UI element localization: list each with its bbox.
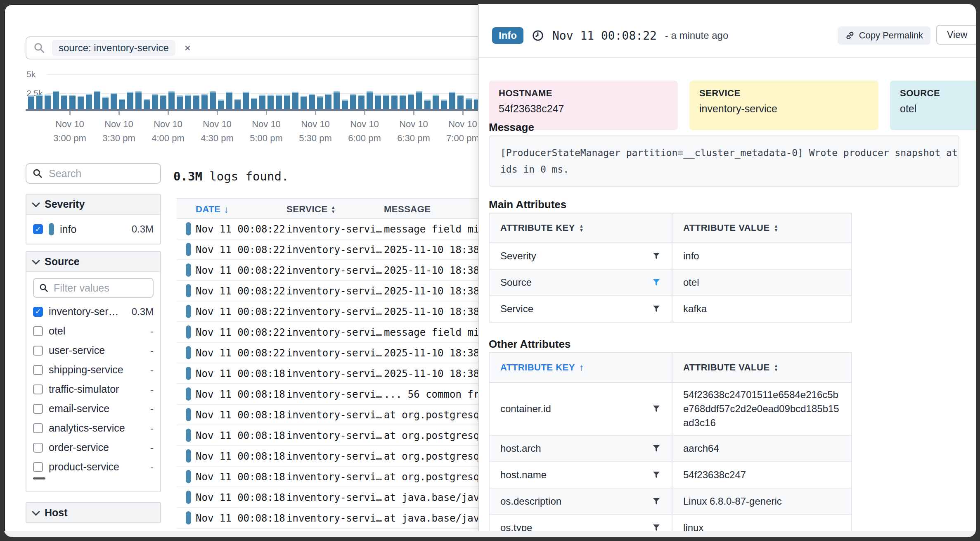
filter-funnel-icon[interactable]	[653, 279, 661, 287]
histogram-bar[interactable]	[383, 95, 389, 109]
histogram-bar[interactable]	[86, 94, 92, 109]
checkbox[interactable]	[33, 404, 43, 414]
filter-funnel-icon[interactable]	[653, 471, 661, 479]
histogram-bar[interactable]	[276, 95, 282, 109]
source-facet-header[interactable]: Source	[26, 252, 160, 272]
source-filter-box[interactable]	[33, 278, 154, 298]
histogram-bar[interactable]	[457, 95, 464, 109]
checkbox[interactable]	[33, 384, 43, 394]
attribute-key-header[interactable]: ATTRIBUTE KEY ▲▼	[490, 214, 672, 242]
checkbox[interactable]	[33, 423, 43, 433]
attribute-key-header[interactable]: ATTRIBUTE KEY ↑	[490, 353, 672, 382]
histogram-bar[interactable]	[160, 95, 166, 109]
checkbox[interactable]	[33, 443, 43, 453]
facet-item-traffic-simulator[interactable]: traffic-simulator-	[26, 380, 160, 399]
histogram-bar[interactable]	[111, 93, 117, 109]
checkbox[interactable]	[33, 326, 43, 336]
filter-funnel-icon[interactable]	[653, 524, 661, 532]
histogram-bar[interactable]	[78, 96, 84, 109]
histogram-bar[interactable]	[466, 98, 472, 109]
severity-facet-header[interactable]: Severity	[26, 195, 160, 215]
column-header-message[interactable]: MESSAGE	[384, 204, 431, 215]
histogram-bar[interactable]	[309, 94, 315, 109]
histogram-bar[interactable]	[400, 95, 406, 109]
histogram-bar[interactable]	[61, 95, 67, 109]
facet-item-shipping-service[interactable]: shipping-service-	[26, 360, 160, 380]
histogram-bar[interactable]	[433, 95, 439, 109]
histogram-bar[interactable]	[226, 92, 232, 109]
source-filter-input[interactable]	[53, 282, 137, 294]
facet-item-inventory-ser-[interactable]: ✓inventory-ser…0.3M	[26, 302, 160, 321]
histogram-bar[interactable]	[408, 94, 414, 109]
remove-filter-icon[interactable]: ×	[185, 43, 191, 53]
facet-item-info[interactable]: ✓ info 0.3M	[26, 215, 160, 244]
checkbox[interactable]	[33, 346, 43, 356]
filter-funnel-icon[interactable]	[653, 305, 661, 313]
filter-funnel-icon[interactable]	[653, 405, 661, 413]
histogram-bar[interactable]	[28, 95, 34, 109]
histogram-bar[interactable]	[350, 94, 356, 109]
facet-item-order-service[interactable]: order-service-	[26, 438, 160, 457]
histogram-bar[interactable]	[53, 91, 59, 109]
histogram-bar[interactable]	[127, 92, 133, 109]
histogram-bar[interactable]	[342, 100, 348, 109]
histogram-bar[interactable]	[102, 97, 109, 109]
histogram-bar[interactable]	[135, 91, 142, 109]
histogram-bar[interactable]	[185, 95, 191, 109]
histogram-bar[interactable]	[69, 95, 76, 109]
histogram-bar[interactable]	[441, 100, 447, 109]
facet-item-email-service[interactable]: email-service-	[26, 399, 160, 418]
histogram-bar[interactable]	[449, 92, 455, 109]
facet-item-user-service[interactable]: user-service-	[26, 341, 160, 360]
histogram-bar[interactable]	[36, 95, 43, 109]
histogram-bar[interactable]	[201, 94, 208, 109]
histogram-bar[interactable]	[119, 99, 125, 109]
checkbox[interactable]	[33, 365, 43, 375]
histogram-bar[interactable]	[168, 91, 175, 109]
attribute-value-header[interactable]: ATTRIBUTE VALUE ▲▼	[672, 353, 851, 382]
filter-funnel-icon[interactable]	[653, 498, 661, 505]
histogram-bar[interactable]	[144, 99, 150, 109]
histogram-bar[interactable]	[424, 100, 431, 109]
histogram-bar[interactable]	[292, 92, 298, 109]
facet-item-product-service[interactable]: product-service-	[26, 457, 160, 477]
histogram-bar[interactable]	[94, 91, 100, 109]
histogram-bar[interactable]	[334, 91, 340, 109]
histogram-bar[interactable]	[317, 96, 323, 109]
query-filter-chip[interactable]: source: inventory-service	[52, 40, 175, 56]
facet-search-box[interactable]	[26, 163, 161, 184]
checkbox-info[interactable]: ✓	[33, 224, 43, 234]
histogram-bar[interactable]	[218, 100, 224, 109]
histogram-bar[interactable]	[267, 95, 274, 109]
query-search-bar[interactable]: source: inventory-service ×	[26, 36, 484, 59]
checkbox[interactable]	[33, 462, 43, 472]
histogram-bar[interactable]	[375, 95, 381, 109]
checkbox[interactable]: ✓	[33, 307, 43, 317]
host-facet-header[interactable]: Host	[26, 503, 160, 522]
histogram-bar[interactable]	[391, 95, 398, 109]
copy-permalink-button[interactable]: Copy Permalink	[838, 26, 930, 45]
histogram-bar[interactable]	[284, 95, 290, 109]
column-header-service[interactable]: SERVICE ▲▼	[286, 204, 336, 215]
filter-funnel-icon[interactable]	[653, 252, 661, 260]
histogram-bar[interactable]	[243, 92, 249, 109]
histogram-bar[interactable]	[177, 95, 183, 109]
histogram-bar[interactable]	[210, 91, 216, 109]
facet-search-input[interactable]	[48, 167, 132, 180]
histogram-bar[interactable]	[45, 95, 51, 109]
view-button[interactable]: View	[936, 25, 976, 45]
histogram-bar[interactable]	[367, 91, 373, 109]
histogram-bar[interactable]	[259, 95, 265, 109]
histogram-bar[interactable]	[152, 94, 158, 109]
column-header-date[interactable]: DATE ↓	[196, 204, 229, 215]
histogram-bar[interactable]	[416, 91, 422, 109]
histogram-bar[interactable]	[251, 98, 257, 109]
histogram-bar[interactable]	[234, 99, 241, 109]
histogram-bar[interactable]	[358, 95, 365, 109]
filter-funnel-icon[interactable]	[653, 445, 661, 453]
facet-item-otel[interactable]: otel-	[26, 321, 160, 341]
histogram-bar[interactable]	[193, 95, 199, 109]
facet-item-analytics-service[interactable]: analytics-service-	[26, 418, 160, 438]
attribute-value-header[interactable]: ATTRIBUTE VALUE ▲▼	[672, 214, 851, 242]
histogram-bar[interactable]	[325, 94, 331, 109]
